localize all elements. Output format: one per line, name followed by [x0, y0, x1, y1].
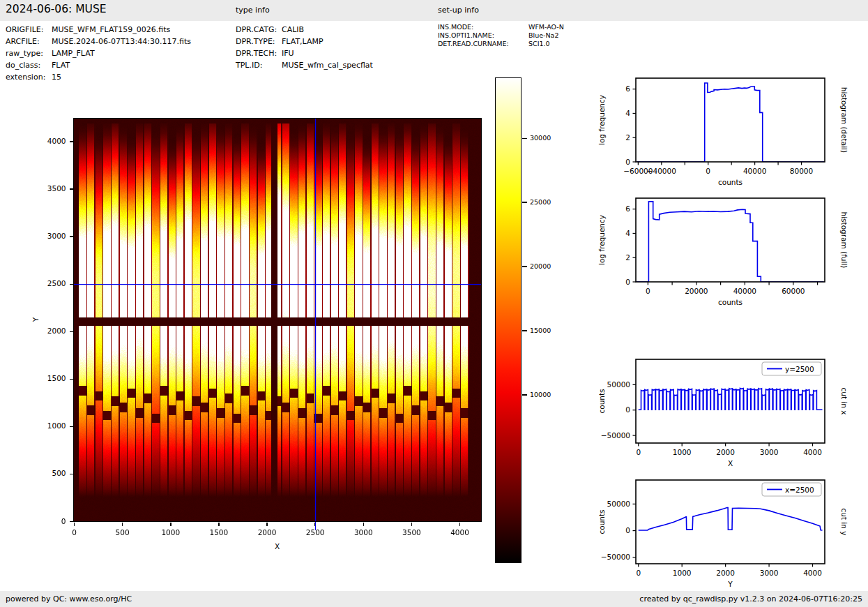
xaxis-label: counts — [718, 178, 743, 186]
file-info-row: raw_type: — [6, 49, 43, 58]
colorbar-tick — [522, 330, 527, 331]
histogram-full-plot: 02000040000600000246countslog frequencyh… — [593, 190, 868, 310]
legend-label: x=2500 — [785, 486, 814, 494]
cursor-x-overshoot — [315, 522, 316, 530]
svg-text:20000: 20000 — [685, 287, 708, 295]
meta-value: WFM-AO-N — [528, 23, 564, 31]
svg-text:4000: 4000 — [803, 448, 822, 456]
x-tick — [74, 523, 75, 526]
file-info-row: ARCFILE: — [6, 37, 40, 46]
xaxis-label: counts — [718, 298, 743, 306]
svg-text:50000: 50000 — [607, 500, 630, 508]
plot-side-title: histogram (full) — [840, 212, 848, 269]
x-tick — [122, 523, 123, 526]
cut-in-x-plot: 01000200030004000−50000050000Xcountscut … — [593, 351, 868, 471]
svg-text:3000: 3000 — [760, 569, 779, 577]
colorbar-tick-label: 25000 — [530, 198, 551, 206]
meta-label: do_class: — [6, 61, 40, 70]
x-tick-label: 3000 — [351, 528, 376, 537]
histogram-detail-plot: −60000−40000040000800000246countslog fre… — [593, 70, 868, 190]
meta-value: CALIB — [282, 25, 304, 34]
meta-label: DET.READ.CURNAME: — [438, 40, 509, 47]
meta-label: DPR.CATG: — [236, 25, 277, 34]
y-tick — [70, 521, 73, 523]
xaxis-label: X — [728, 459, 733, 467]
y-tick — [70, 331, 73, 333]
setup-info-row: INS.OPTI1.NAME: — [438, 31, 494, 39]
svg-text:0: 0 — [636, 569, 641, 577]
x-tick-label: 1500 — [206, 528, 231, 537]
footer-bar: powered by QC: www.eso.org/HC created by… — [0, 591, 868, 607]
svg-text:1000: 1000 — [673, 569, 692, 577]
y-tick-label: 2500 — [27, 279, 66, 287]
colorbar-tick-label: 30000 — [530, 134, 551, 142]
raw-image-canvas — [74, 119, 481, 521]
svg-text:2000: 2000 — [716, 448, 735, 456]
yaxis-label: log frequency — [597, 95, 606, 145]
yaxis-label: log frequency — [597, 215, 606, 265]
x-tick — [266, 523, 268, 526]
svg-text:3000: 3000 — [760, 448, 779, 456]
svg-text:2: 2 — [625, 253, 630, 262]
meta-value: MUSE_wfm_cal_specflat — [282, 61, 373, 70]
y-tick-label: 1500 — [27, 374, 66, 382]
y-tick-label: 4000 — [27, 137, 66, 145]
svg-text:0: 0 — [636, 448, 641, 456]
y-tick — [70, 426, 73, 428]
raw-image-plot — [73, 118, 482, 522]
plot-side-title: cut in x — [840, 387, 848, 414]
colorbar-tick — [522, 394, 527, 396]
meta-label: INS.MODE: — [438, 23, 473, 31]
colorbar-tick — [522, 202, 527, 203]
meta-label: INS.OPTI1.NAME: — [438, 31, 494, 39]
svg-text:1000: 1000 — [673, 448, 692, 456]
svg-text:6: 6 — [625, 204, 630, 213]
x-tick — [218, 523, 220, 526]
svg-text:6: 6 — [625, 84, 630, 93]
legend-label: y=2500 — [785, 365, 814, 373]
y-tick — [70, 284, 73, 285]
plot-side-title: histogram (detail) — [840, 87, 848, 153]
type-info-row: DPR.TECH: — [236, 49, 277, 58]
colorbar-tick-label: 15000 — [530, 327, 551, 334]
svg-text:80000: 80000 — [790, 167, 813, 175]
yaxis-label: counts — [597, 509, 606, 534]
file-info-row: extension: — [6, 73, 45, 82]
page-title: 2024-06-06: MUSE — [6, 3, 107, 15]
yaxis-label: counts — [597, 389, 606, 413]
x-tick — [459, 523, 461, 526]
y-tick-label: 500 — [27, 469, 66, 477]
xaxis-label: Y — [727, 580, 733, 588]
svg-text:−50000: −50000 — [601, 553, 630, 561]
setup-info-heading: set-up info — [438, 6, 479, 15]
meta-label: DPR.TYPE: — [236, 37, 275, 46]
footer-created-by: created by qc_rawdisp.py v1.2.3 on 2024-… — [639, 591, 862, 607]
meta-value: 15 — [52, 73, 61, 82]
footer-qc-link[interactable]: powered by QC: www.eso.org/HC — [6, 591, 132, 607]
y-tick-label: 1000 — [27, 421, 66, 430]
svg-text:0: 0 — [625, 158, 630, 166]
svg-text:−40000: −40000 — [647, 167, 676, 175]
y-tick-label: 0 — [27, 517, 66, 525]
setup-info-row: DET.READ.CURNAME: — [438, 40, 509, 47]
y-tick — [70, 188, 73, 190]
x-tick-label: 0 — [62, 528, 87, 537]
plot-side-title: cut in y — [840, 508, 848, 535]
svg-text:−50000: −50000 — [601, 431, 630, 440]
type-info-row: DPR.TYPE: — [236, 37, 275, 46]
type-info-row: TPL.ID: — [236, 61, 262, 70]
meta-label: TPL.ID: — [236, 61, 262, 70]
meta-label: ORIGFILE: — [6, 25, 43, 34]
type-info-row: DPR.CATG: — [236, 25, 277, 34]
svg-text:4000: 4000 — [803, 569, 822, 577]
colorbar-tick-label: 20000 — [530, 262, 551, 270]
colorbar — [495, 77, 521, 563]
colorbar-tick — [522, 266, 527, 267]
meta-value: MUSE_WFM_FLAT159_0026.fits — [52, 25, 170, 34]
raw-image-yaxis-label: Y — [31, 317, 40, 322]
svg-text:4: 4 — [625, 229, 630, 237]
y-tick — [70, 379, 73, 380]
svg-text:0: 0 — [625, 405, 630, 414]
svg-text:0: 0 — [706, 167, 710, 175]
meta-label: extension: — [6, 73, 45, 82]
